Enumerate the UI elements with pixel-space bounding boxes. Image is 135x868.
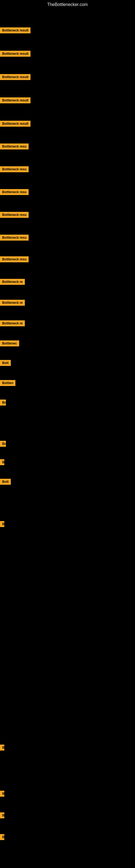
bottleneck-badge-6[interactable]: Bottleneck resu <box>0 166 29 172</box>
bottleneck-badge-9[interactable]: Bottleneck resu <box>0 235 29 241</box>
bottleneck-badge-4[interactable]: Bottleneck result <box>0 121 31 127</box>
bottleneck-badge-2[interactable]: Bottleneck result <box>0 74 31 80</box>
bottleneck-badge-17[interactable]: Bo <box>0 400 6 405</box>
bottleneck-badge-11[interactable]: Bottleneck re <box>0 279 25 285</box>
bottleneck-badge-20[interactable]: B <box>0 459 4 465</box>
bottleneck-badge-3[interactable]: Bottleneck result <box>0 97 31 103</box>
bottleneck-badge-32[interactable]: B <box>0 745 4 750</box>
bottleneck-badge-23[interactable]: B <box>0 521 4 527</box>
bottleneck-badge-14[interactable]: Bottlenec <box>0 340 19 346</box>
bottleneck-badge-0[interactable]: Bottleneck result <box>0 27 31 33</box>
bottleneck-badge-1[interactable]: Bottleneck result <box>0 51 31 57</box>
bottleneck-badge-15[interactable]: Bott <box>0 360 11 366</box>
bottleneck-badge-7[interactable]: Bottleneck resu <box>0 189 29 195</box>
site-title: TheBottlenecker.com <box>0 0 135 9</box>
bottleneck-badge-8[interactable]: Bottleneck resu <box>0 212 29 218</box>
bottleneck-badge-36[interactable]: B <box>0 834 4 840</box>
bottleneck-badge-5[interactable]: Bottleneck resu <box>0 144 29 150</box>
bottleneck-badge-35[interactable]: B <box>0 812 4 818</box>
bottleneck-badge-13[interactable]: Bottleneck re <box>0 320 25 326</box>
bottleneck-badge-16[interactable]: Bottlen <box>0 380 15 386</box>
bottleneck-badge-12[interactable]: Bottleneck re <box>0 300 25 306</box>
bottleneck-badge-19[interactable]: Bo <box>0 441 6 447</box>
bottleneck-badge-34[interactable]: B <box>0 791 4 797</box>
bottleneck-badge-21[interactable]: Bott <box>0 479 11 485</box>
bottleneck-badge-10[interactable]: Bottleneck resu <box>0 256 29 262</box>
